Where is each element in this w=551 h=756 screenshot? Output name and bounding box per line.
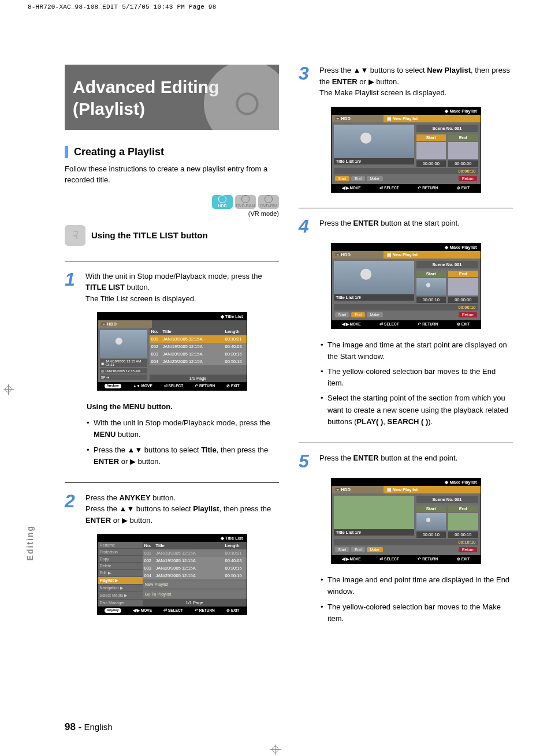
step-number-1: 1 (65, 271, 81, 305)
step-4: 4 Press the ENTER button at the start po… (299, 218, 513, 235)
step-number-4: 4 (299, 218, 315, 235)
vr-mode-label: (VR mode) (65, 210, 279, 217)
page-number: 98 - English (65, 721, 113, 733)
badge-dvd-rw: DVD-RW (258, 195, 279, 209)
screenshot-anykey-menu: Title List Rename Protection Copy Delete… (97, 534, 247, 615)
media-badges: HDD DVD-RAM DVD-RW (65, 195, 279, 209)
section-lead: Follow these instructions to create a ne… (65, 164, 279, 186)
step-4-notes: The image and time at the start point ar… (321, 339, 513, 428)
step-5-notes: The image and end point time are display… (321, 574, 513, 624)
step-1: 1 With the unit in Stop mode/Playback mo… (65, 271, 279, 305)
screenshot-title-list: Title List 📼 HDD ▣ JAN/18/2005 12:15 AM … (97, 312, 247, 391)
step-2: 2 Press the ANYKEY button. Press the ▲▼ … (65, 492, 279, 526)
chapter-banner: Advanced Editing (Playlist) (65, 65, 279, 130)
divider (65, 261, 279, 261)
step-number-5: 5 (299, 452, 315, 470)
print-header: 8-HR720-XAC_98-108_EDIT 5/17/05 10:43 PM… (28, 3, 216, 10)
badge-hdd: HDD (212, 195, 233, 209)
step-number-2: 2 (65, 492, 81, 526)
registration-mark-left (3, 384, 14, 395)
hand-icon (65, 225, 85, 246)
menu-alt-block: Using the MENU button. With the unit in … (87, 401, 279, 467)
subsection-heading: Using the TITLE LIST button (91, 230, 208, 240)
registration-mark-bottom (270, 744, 281, 755)
step-3: 3 Press the ▲▼ buttons to select New Pla… (299, 65, 513, 99)
right-column: 3 Press the ▲▼ buttons to select New Pla… (299, 65, 513, 628)
screenshot-make-playlist-3: Make Playlist 📼 HDD▣ New Playlist Title … (331, 107, 481, 193)
left-column: Advanced Editing (Playlist) Creating a P… (65, 65, 279, 628)
screenshot-make-playlist-5: Make Playlist 📼 HDD▣ New Playlist Title … (331, 478, 481, 564)
badge-dvd-ram: DVD-RAM (235, 195, 256, 209)
section-heading: Creating a Playlist (65, 146, 279, 158)
step-5: 5 Press the ENTER button at the end poin… (299, 452, 513, 470)
step-number-3: 3 (299, 65, 315, 99)
screenshot-make-playlist-4: Make Playlist 📼 HDD▣ New Playlist Title … (331, 243, 481, 329)
